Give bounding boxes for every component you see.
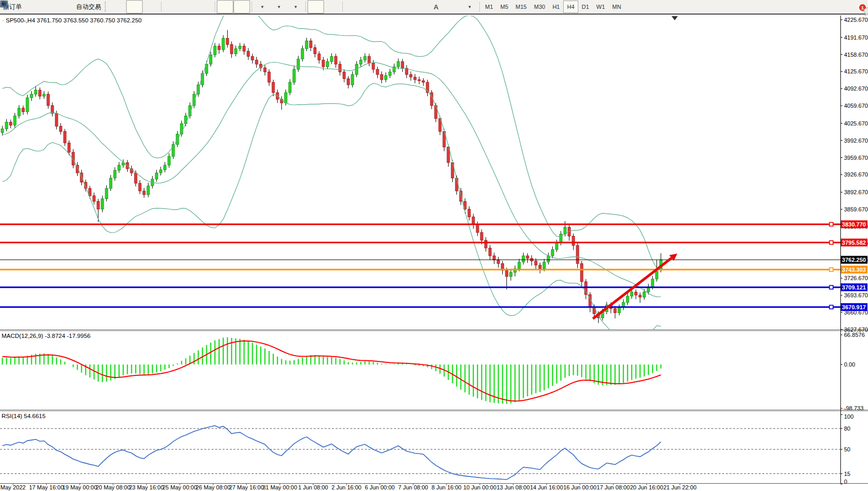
time-axis-label: 13 Jun 08:00 <box>497 484 530 490</box>
timeframe-button-m5[interactable]: M5 <box>497 1 512 13</box>
rsi-axis-label: 80 <box>844 425 850 432</box>
text-icon: A <box>433 3 438 11</box>
vertical-line-tool-button[interactable] <box>344 0 361 14</box>
svg-text:3670.917: 3670.917 <box>842 304 866 310</box>
candlesticks <box>1 30 662 323</box>
crosshair-tool-button[interactable] <box>324 0 341 14</box>
timeframe-button-h1[interactable]: H1 <box>549 1 563 13</box>
time-axis-label: 10 Jun 00:00 <box>463 484 497 490</box>
zoom-in-button[interactable] <box>163 0 180 14</box>
time-axis-label: 7 Jun 08:00 <box>398 484 428 490</box>
svg-text:3795.582: 3795.582 <box>842 240 866 246</box>
text-label-tool-button[interactable]: T <box>444 0 461 14</box>
macd-pane <box>3 337 661 404</box>
dropdown-caret: ▼ <box>277 5 281 9</box>
toolbar-separator <box>305 2 306 12</box>
price-axis-label: 3693.670 <box>844 292 868 298</box>
price-axis-label: 3992.670 <box>844 137 868 144</box>
svg-text:3762.250: 3762.250 <box>842 257 866 263</box>
fibonacci-tool-button[interactable]: F <box>411 0 428 14</box>
chat-bubble-icon <box>863 7 868 16</box>
chart-canvas[interactable]: 4225.6704191.6704158.6704125.6704092.670… <box>0 0 868 491</box>
candle-chart-type-button[interactable] <box>126 0 143 14</box>
price-badge-3743.303[interactable]: 3743.303 <box>841 266 867 273</box>
price-badge-3670.917[interactable]: 3670.917 <box>841 303 867 311</box>
chart-shift-marker[interactable] <box>672 16 678 20</box>
macd-indicator-label: MACD(12,26,9) -3.8724 -17.9956 <box>2 333 91 339</box>
timeframe-button-d1[interactable]: D1 <box>578 1 593 13</box>
time-axis-label: 14 Jun 16:00 <box>530 484 563 490</box>
time-axis-label: May 2022 <box>1 484 26 490</box>
bar-chart-type-button[interactable] <box>109 0 126 14</box>
arrows-tool-button[interactable]: ▼ <box>461 0 478 14</box>
toolbar-separator <box>161 2 162 12</box>
search-icon[interactable] <box>0 0 9 9</box>
line-chart-type-button[interactable] <box>143 0 159 14</box>
rsi-pane <box>0 426 840 480</box>
text-tool-button[interactable]: A <box>428 0 444 14</box>
trading-terminal-window: { "toolbar": { "new_order_label": "新订单",… <box>0 0 868 491</box>
dropdown-caret: ▼ <box>294 5 298 9</box>
chart-shift-button[interactable] <box>233 0 250 14</box>
templates-button[interactable]: ▼ <box>287 0 304 14</box>
main-toolbar: 新订单 自动交易 ▼ ▼ ▼ E F A T ▼ M1M5M15M30H1H4D… <box>0 0 868 15</box>
macd-axis-label: 66.8576 <box>844 332 865 338</box>
price-axis-label: 4191.670 <box>844 34 868 41</box>
trend-arrow-object[interactable] <box>593 254 677 319</box>
price-badge-3795.582[interactable]: 3795.582 <box>841 238 867 246</box>
data-window-button[interactable] <box>41 0 57 14</box>
price-axis-label: 4092.670 <box>844 85 868 92</box>
time-axis-label: 25 May 00:00 <box>163 484 197 490</box>
horizontal-line-tool-button[interactable] <box>361 0 378 14</box>
timeframe-button-h4[interactable]: H4 <box>563 1 578 13</box>
rsi-indicator-label: RSI(14) 54.6615 <box>2 413 45 419</box>
add-indicator-button[interactable]: ▼ <box>254 0 270 14</box>
price-axis-label: 3859.670 <box>844 206 868 212</box>
rsi-axis-label: 100 <box>844 413 853 420</box>
price-axis-label: 3926.670 <box>844 171 868 178</box>
signals-button[interactable] <box>57 0 74 14</box>
price-badge-3709.121[interactable]: 3709.121 <box>841 283 867 291</box>
timeframe-button-w1[interactable]: W1 <box>593 1 609 13</box>
trendline-tool-button[interactable] <box>378 0 394 14</box>
auto-trading-button[interactable]: 自动交易 <box>74 0 103 14</box>
tile-windows-button[interactable] <box>196 0 213 14</box>
cursor-tool-button[interactable] <box>307 0 324 14</box>
timeframe-button-mn[interactable]: MN <box>609 1 625 13</box>
periods-button[interactable]: ▼ <box>270 0 287 14</box>
price-axis-label: 4125.670 <box>844 68 868 74</box>
timeframe-button-m30[interactable]: M30 <box>530 1 549 13</box>
rsi-axis-label: 0 <box>844 479 847 485</box>
timeframe-button-m1[interactable]: M1 <box>481 1 497 13</box>
zoom-out-button[interactable] <box>180 0 196 14</box>
price-badge-3830.770[interactable]: 3830.770 <box>841 220 867 228</box>
time-axis-label: 27 May 16:00 <box>229 484 264 490</box>
auto-scroll-button[interactable] <box>217 0 233 14</box>
toolbar-separator <box>215 2 215 12</box>
auto-trading-label: 自动交易 <box>76 3 101 11</box>
macd-values: -3.8724 -17.9956 <box>45 333 91 339</box>
svg-text:3830.770: 3830.770 <box>842 221 866 228</box>
price-axis-label: 4025.670 <box>844 120 868 127</box>
time-axis-label: 20 May 08:00 <box>96 484 131 490</box>
legend-marker: · <box>2 17 6 23</box>
time-axis-label: 6 Jun 00:00 <box>365 484 395 490</box>
price-axis-label: 4225.670 <box>844 17 868 23</box>
price-axis-label: 3892.670 <box>844 189 868 195</box>
toolbar-separator <box>342 2 343 12</box>
current-price-badge[interactable]: 3762.250 <box>841 256 867 263</box>
svg-text:3709.121: 3709.121 <box>842 284 866 291</box>
rsi-axis-label: 15 <box>844 471 850 477</box>
dropdown-caret: ▼ <box>261 5 265 9</box>
svg-text:3743.303: 3743.303 <box>842 267 866 273</box>
channel-tool-button[interactable]: E <box>394 0 411 14</box>
time-axis-label: 31 May 00:00 <box>263 484 297 490</box>
time-axis-label: 1 Jun 08:00 <box>298 484 328 490</box>
timeframe-button-m15[interactable]: M15 <box>512 1 530 13</box>
market-watch-button[interactable] <box>24 0 41 14</box>
time-axis-label: 23 May 16:00 <box>129 484 164 490</box>
time-axis-label: 16 Jun 00:00 <box>563 484 597 490</box>
rsi-title: RSI(14) <box>2 413 22 419</box>
time-axis-label: 17 Jun 08:00 <box>597 484 630 490</box>
horizontal-line-objects[interactable] <box>0 222 840 309</box>
